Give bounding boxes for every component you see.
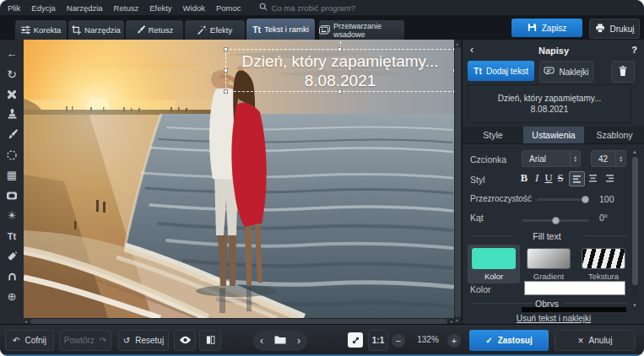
delete-text-stickers-link[interactable]: Usuń tekst i naklejki [463,314,644,323]
prev-image-icon[interactable]: ‹ [260,335,263,347]
menu-plik[interactable]: Plik [8,3,20,13]
selection-tool-icon[interactable] [5,148,19,162]
help-icon[interactable]: ? [631,45,637,55]
app-window: Plik Edycja Narzędzia Retusz Efekty Wido… [0,0,644,356]
menu-widok[interactable]: Widok [183,3,205,13]
search-input[interactable]: Co ma zrobić program? [259,3,355,13]
bottom-bar: ↶ Cofnij Powtórz ↷ ↺ Resetuj ‹ › 1:1 − 1… [0,324,644,356]
add-text-button[interactable]: Tt Dodaj tekst [468,61,534,81]
scrollbar-thumb[interactable] [632,157,638,285]
zoom-in-button[interactable]: + [447,334,461,348]
opacity-slider-knob[interactable] [582,196,589,203]
undo-button[interactable]: ↶ Cofnij [5,330,54,351]
rotate-icon[interactable]: ↻ [5,67,19,81]
tab-label: Retusz [149,25,174,35]
target-crosshair-icon[interactable]: ⊕ [5,289,19,304]
underline-button[interactable]: U [543,172,555,185]
font-select[interactable]: Arial ▴▾ [522,150,581,167]
eraser-icon[interactable] [5,249,19,263]
tab-przetwarzanie-wsadowe[interactable]: Przetwarzanie wsadowe [319,20,404,40]
mosaic-icon[interactable]: ▦ [5,168,19,182]
scrollbar-thumb[interactable] [455,47,461,317]
bold-button[interactable]: B [518,172,530,185]
fill-texture-tile[interactable]: Tekstura [577,245,630,283]
apply-label: Zastosuj [498,336,533,345]
print-label: Drukuj [610,24,635,34]
opacity-slider[interactable] [537,198,589,201]
magnetic-curve-icon[interactable] [5,269,19,283]
tab-efekty[interactable]: Efekty [185,20,245,40]
font-size-stepper[interactable]: 42 ▴▾ [591,150,626,167]
scroll-up-icon[interactable]: ▲ [630,149,639,154]
color-value-swatch[interactable] [524,281,625,295]
fit-to-screen-button[interactable] [348,332,363,348]
angle-slider[interactable] [522,219,589,222]
tab-ustawienia[interactable]: Ustawienia [523,127,584,144]
search-icon [259,3,268,13]
delete-text-button[interactable] [611,61,635,83]
apply-button[interactable]: ✓ Zastosuj [469,330,549,351]
menu-pomoc[interactable]: Pomoc [216,3,241,13]
vignette-icon[interactable] [5,188,19,202]
align-center-button[interactable] [586,171,600,185]
panel-scrollbar[interactable]: ▲ ▼ [630,148,639,309]
reset-label: Resetuj [135,336,164,345]
actual-size-button[interactable]: 1:1 [368,330,388,351]
tab-korekta[interactable]: Korekta [15,20,67,40]
selection-handle[interactable] [224,68,228,73]
menu-retusz[interactable]: Retusz [114,3,139,13]
cancel-button[interactable]: × Anuluj [555,330,636,351]
strikethrough-button[interactable]: S [555,172,566,185]
brush-tool-icon[interactable] [5,127,19,142]
text-selection-box[interactable]: Dzień, który zapamiętamy... 8.08.2021 [225,49,455,92]
italic-button[interactable]: I [531,172,543,185]
close-x-icon: × [578,335,584,347]
outline-color-swatch[interactable] [522,307,626,312]
angle-slider-knob[interactable] [552,217,560,224]
zoom-out-button[interactable]: − [392,334,405,348]
folder-icon[interactable] [274,335,286,346]
menu-edycja[interactable]: Edycja [31,3,56,13]
clone-stamp-icon[interactable] [5,107,19,121]
text-panel: ‹ Napisy ? Tt Dodaj tekst Naklejki Dzień… [462,40,644,325]
tab-retusz[interactable]: Retusz [126,20,183,40]
selection-handle[interactable] [224,47,228,51]
menu-efekty[interactable]: Efekty [149,3,171,13]
healing-patch-icon[interactable] [5,87,19,101]
preview-eye-button[interactable] [174,330,196,351]
back-arrow-icon[interactable]: ← [5,46,19,61]
align-right-button[interactable] [603,171,617,185]
before-after-button[interactable] [199,330,221,351]
menu-narzedzia[interactable]: Narzędzia [67,3,103,13]
font-label: Czcionka [470,154,506,165]
tool-sidebar: ← ↻ ▦ ☀ Tt ⊕ [0,40,24,325]
scroll-up-icon[interactable]: ▴ [456,40,458,47]
tab-narzedzia[interactable]: Narzędzia [68,20,124,40]
tab-style[interactable]: Style [463,127,523,144]
color-label: Kolor [470,284,491,294]
redo-button[interactable]: Powtórz ↷ [59,330,111,351]
fill-color-tile[interactable]: Kolor [468,245,520,283]
brightness-sun-icon[interactable]: ☀ [5,208,19,223]
canvas-vertical-scrollbar[interactable]: ▴ ▾ [454,40,462,325]
print-button[interactable]: Drukuj [589,19,640,39]
align-left-button[interactable] [569,171,585,186]
overlay-text-line1: Dzień, który zapamiętamy... [241,51,438,71]
text-layers-list[interactable]: Dzień, który zapamiętamy... 8.08.2021 [468,84,631,123]
tab-tekst-i-ramki[interactable]: Tt Tekst i ramki [246,19,315,40]
next-image-icon[interactable]: › [297,335,300,347]
scroll-down-icon[interactable]: ▾ [456,317,458,324]
save-button[interactable]: Zapisz [511,19,582,37]
selection-handle[interactable] [338,47,342,51]
scroll-down-icon[interactable]: ▼ [630,303,639,308]
reset-button[interactable]: ↺ Resetuj [118,330,169,351]
stepper-arrows-icon: ▴▾ [615,151,625,166]
save-label: Zapisz [542,24,566,33]
tab-label: Szablony [596,130,632,140]
tab-szablony[interactable]: Szablony [584,127,644,144]
fill-gradient-tile[interactable]: Gradient [522,245,575,283]
text-tool-icon[interactable]: Tt [5,229,19,243]
stickers-button[interactable]: Naklejki [539,61,593,83]
selection-handle[interactable] [224,89,228,94]
selection-handle[interactable] [338,89,342,94]
